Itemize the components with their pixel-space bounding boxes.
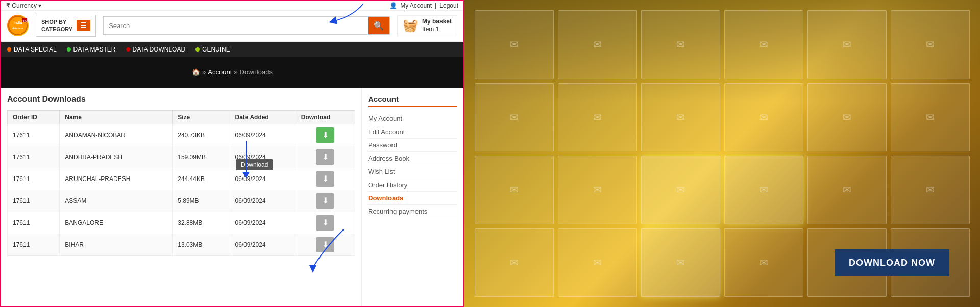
nav-label-special: DATA SPECIAL xyxy=(14,46,57,53)
cell-download: ⬇ xyxy=(296,190,355,212)
cell-name: ARUNCHAL-PRADESH xyxy=(60,168,173,190)
hero-area: 🏠 » Account » Downloads xyxy=(1,57,463,88)
nav-genuine[interactable]: GENUINE xyxy=(195,46,230,53)
breadcrumb-home-icon[interactable]: 🏠 xyxy=(192,68,200,76)
sidebar-item-wish-list[interactable]: Wish List xyxy=(368,165,457,178)
download-button-2[interactable]: ⬇ xyxy=(316,171,334,187)
envelope-item xyxy=(807,83,887,152)
cell-size: 13.03MB xyxy=(173,234,230,255)
envelope-item xyxy=(475,83,554,152)
cell-download: ⬇ xyxy=(296,168,355,190)
cell-download: ⬇ xyxy=(296,146,355,168)
envelope-item xyxy=(641,228,720,297)
currency-selector[interactable]: ₹ Currency ▾ xyxy=(6,2,41,9)
svg-text:PRO: PRO xyxy=(22,19,28,22)
col-date: Date Added xyxy=(230,110,296,124)
downloads-section: Account Downloads Download Order ID Name… xyxy=(1,88,361,306)
right-image-panel: DOWNLOAD NOW xyxy=(464,0,980,307)
download-button-0[interactable]: ⬇ xyxy=(316,127,334,143)
cell-name: ASSAM xyxy=(60,190,173,212)
sidebar-item-address-book[interactable]: Address Book xyxy=(368,152,457,165)
shop-category-label: SHOP BYCATEGORY xyxy=(41,18,72,33)
cell-size: 5.89MB xyxy=(173,190,230,212)
svg-text:India: India xyxy=(14,21,22,24)
envelope-item xyxy=(641,156,720,224)
sidebar-item-order-history[interactable]: Order History xyxy=(368,178,457,192)
table-row: 17611 BANGALORE 32.88MB 06/09/2024 ⬇ xyxy=(8,212,355,234)
cell-date: 06/09/2024 xyxy=(230,234,296,255)
envelope-item xyxy=(724,10,803,79)
cell-order-id: 17611 xyxy=(8,124,60,146)
nav-label-master: DATA MASTER xyxy=(74,46,116,53)
download-tooltip: Download xyxy=(236,159,273,170)
download-button-4[interactable]: ⬇ xyxy=(316,215,334,231)
envelope-item xyxy=(475,10,554,79)
cell-name: ANDAMAN-NICOBAR xyxy=(60,124,173,146)
cell-size: 32.88MB xyxy=(173,212,230,234)
shop-category-button[interactable]: SHOP BYCATEGORY ☰ xyxy=(36,15,96,37)
logo-icon: India database PRO xyxy=(7,15,29,36)
basket-button[interactable]: 🧺 My basket Item 1 xyxy=(397,15,457,36)
nav-dot-special xyxy=(7,47,11,52)
hamburger-icon: ☰ xyxy=(77,20,90,31)
download-now-button[interactable]: DOWNLOAD NOW xyxy=(835,249,949,276)
sidebar-item-recurring-payments[interactable]: Recurring payments xyxy=(368,205,457,218)
table-row: 17611 ARUNCHAL-PRADESH 244.44KB 06/09/20… xyxy=(8,168,355,190)
top-bar: ₹ Currency ▾ 👤 My Account | Logout xyxy=(1,1,463,11)
sidebar-item-downloads[interactable]: Downloads xyxy=(368,192,457,205)
nav-data-special[interactable]: DATA SPECIAL xyxy=(7,46,57,53)
sidebar-account-title: Account xyxy=(368,95,457,107)
cell-name: BIHAR xyxy=(60,234,173,255)
site-header: India database PRO SHOP BYCATEGORY ☰ 🔍 🧺… xyxy=(1,11,463,42)
search-input[interactable] xyxy=(104,17,368,34)
nav-dot-download xyxy=(126,47,130,52)
cell-order-id: 17611 xyxy=(8,146,60,168)
logo[interactable]: India database PRO xyxy=(7,15,29,36)
cell-date: 06/09/2024 xyxy=(230,190,296,212)
nav-data-master[interactable]: DATA MASTER xyxy=(67,46,116,53)
envelope-item xyxy=(558,10,637,79)
table-row: 17611 ANDHRA-PRADESH 159.09MB 06/09/2024… xyxy=(8,146,355,168)
downloads-table: Order ID Name Size Date Added Download 1… xyxy=(7,110,355,256)
cell-date: 06/09/2024 xyxy=(230,124,296,146)
basket-label: My basket xyxy=(422,18,452,26)
nav-dot-genuine xyxy=(195,47,200,52)
sidebar-item-my-account[interactable]: My Account xyxy=(368,112,457,125)
envelope-item xyxy=(807,10,887,79)
sidebar-item-password[interactable]: Password xyxy=(368,139,457,152)
nav-dot-master xyxy=(67,47,71,52)
envelope-item xyxy=(558,228,637,297)
envelope-item xyxy=(558,83,637,152)
cell-order-id: 17611 xyxy=(8,212,60,234)
breadcrumb-account[interactable]: Account xyxy=(208,68,232,76)
table-row: 17611 ASSAM 5.89MB 06/09/2024 ⬇ xyxy=(8,190,355,212)
cell-name: BANGALORE xyxy=(60,212,173,234)
cell-download: ⬇ xyxy=(296,234,355,255)
search-button[interactable]: 🔍 xyxy=(368,17,389,34)
separator: | xyxy=(435,2,436,9)
col-name: Name xyxy=(60,110,173,124)
envelope-item xyxy=(558,156,637,224)
my-account-link[interactable]: My Account xyxy=(400,2,432,9)
envelope-item xyxy=(641,83,720,152)
cell-download: ⬇ xyxy=(296,212,355,234)
download-button-3[interactable]: ⬇ xyxy=(316,193,334,209)
breadcrumb-sep1: » xyxy=(202,68,206,76)
envelope-item xyxy=(891,156,970,224)
sidebar-item-edit-account[interactable]: Edit Account xyxy=(368,125,457,139)
downloads-title: Account Downloads xyxy=(7,95,355,104)
cell-size: 244.44KB xyxy=(173,168,230,190)
breadcrumb-sep2: » xyxy=(234,68,237,76)
cell-order-id: 17611 xyxy=(8,190,60,212)
envelope-item xyxy=(475,156,554,224)
cell-size: 240.73KB xyxy=(173,124,230,146)
nav-data-download[interactable]: DATA DOWNLOAD xyxy=(126,46,186,53)
svg-text:database: database xyxy=(12,27,23,30)
cell-size: 159.09MB xyxy=(173,146,230,168)
breadcrumb: 🏠 » Account » Downloads xyxy=(192,68,273,76)
account-sidebar: Account My AccountEdit AccountPasswordAd… xyxy=(361,88,463,306)
logout-link[interactable]: Logout xyxy=(439,2,458,9)
download-button-5[interactable]: ⬇ xyxy=(316,237,334,252)
download-button-1[interactable]: ⬇ xyxy=(316,149,334,165)
nav-label-genuine: GENUINE xyxy=(202,46,230,53)
